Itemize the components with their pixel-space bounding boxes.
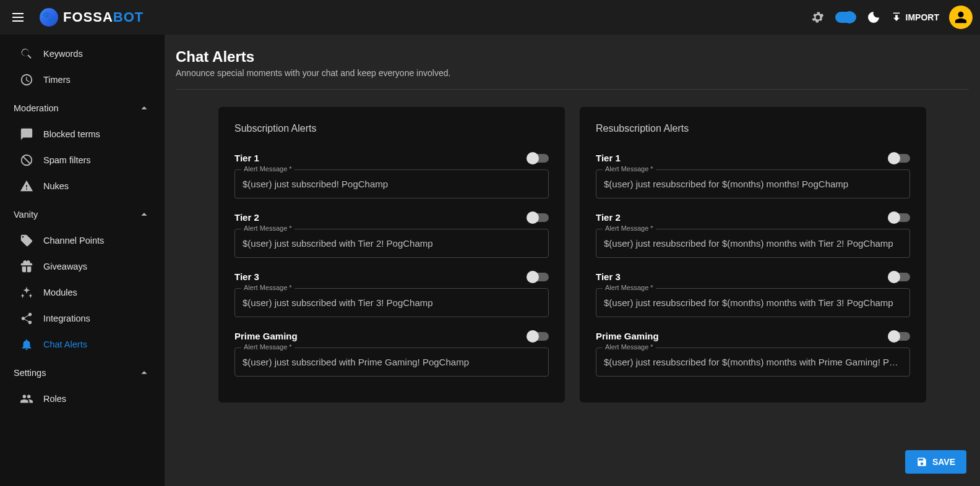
chevron-up-icon [137,208,151,221]
input-value: $(user) just resubscribed for $(months) … [604,179,902,189]
input-label: Alert Message * [241,284,294,291]
input-label: Alert Message * [241,165,294,173]
avatar[interactable] [949,6,973,29]
sidebar-section-settings[interactable]: Settings [0,357,165,386]
card-title: Resubscription Alerts [596,123,910,134]
tier-label: Tier 2 [596,212,621,223]
sidebar-item-keywords[interactable]: Keywords [0,41,165,67]
sidebar-item-channel-points[interactable]: Channel Points [0,228,165,254]
card-title: Subscription Alerts [234,123,549,134]
tier3-toggle[interactable] [528,273,549,281]
sidebar-item-roles[interactable]: Roles [0,386,165,412]
divider [176,89,969,90]
sidebar-section-vanity[interactable]: Vanity [0,199,165,228]
input-value: $(user) just subscribed! PogChamp [243,179,541,189]
input-value: $(user) just subscribed with Prime Gamin… [243,357,541,367]
input-value: $(user) just subscribed with Tier 2! Pog… [243,238,541,249]
sidebar-item-label: Roles [43,394,66,404]
input-value: $(user) just resubscribed for $(months) … [604,238,902,249]
download-icon [891,12,902,23]
tier-label: Tier 3 [596,271,621,282]
sidebar-item-label: Keywords [43,49,83,59]
tier-label: Tier 2 [234,212,259,223]
input-value: $(user) just subscribed with Tier 3! Pog… [243,297,541,308]
logo-icon: 🐾 [40,8,58,27]
tier1-message-input[interactable]: Alert Message * $(user) just resubscribe… [596,169,910,198]
input-label: Alert Message * [603,343,656,351]
sidebar-item-timers[interactable]: Timers [0,67,165,93]
share-icon [20,312,33,325]
tier-label: Prime Gaming [234,331,298,341]
section-label: Moderation [14,103,59,113]
tier-label: Tier 3 [234,271,259,282]
people-icon [20,392,33,406]
input-value: $(user) just resubscribed for $(months) … [604,297,902,308]
hamburger-menu-icon[interactable] [12,10,27,25]
dark-mode-icon[interactable] [866,10,881,25]
section-label: Vanity [14,210,38,220]
tier2-message-input[interactable]: Alert Message * $(user) just resubscribe… [596,229,910,258]
input-label: Alert Message * [241,224,294,232]
input-value: $(user) just resubscribed for $(months) … [604,357,902,367]
tier3-message-input[interactable]: Alert Message * $(user) just subscribed … [234,288,549,317]
tier1-toggle[interactable] [889,154,910,163]
prime-message-input[interactable]: Alert Message * $(user) just resubscribe… [596,347,910,377]
user-icon [954,11,968,24]
import-label: IMPORT [906,12,939,22]
sidebar-item-blocked-terms[interactable]: Blocked terms [0,121,165,147]
input-label: Alert Message * [603,284,656,291]
prime-toggle[interactable] [528,332,549,341]
tier2-toggle[interactable] [889,213,910,222]
sidebar-item-label: Nukes [43,181,69,191]
subscription-alerts-card: Subscription Alerts Tier 1 Alert Message… [218,107,565,403]
gift-icon [20,260,33,273]
tier3-toggle[interactable] [889,273,910,281]
prime-message-input[interactable]: Alert Message * $(user) just subscribed … [234,347,549,377]
input-label: Alert Message * [603,224,656,232]
section-label: Settings [14,368,46,378]
save-button[interactable]: SAVE [905,450,966,474]
chevron-up-icon [137,366,151,380]
brand-logo[interactable]: 🐾 FOSSABOT [40,8,144,27]
brand-text: FOSSABOT [63,9,144,25]
sidebar-item-nukes[interactable]: Nukes [0,173,165,199]
tag-icon [20,234,33,247]
sidebar-item-modules[interactable]: Modules [0,279,165,305]
comment-off-icon [20,127,33,141]
tier1-message-input[interactable]: Alert Message * $(user) just subscribed!… [234,169,549,198]
topbar: 🐾 FOSSABOT IMPORT [0,0,980,35]
save-label: SAVE [932,457,955,467]
resubscription-alerts-card: Resubscription Alerts Tier 1 Alert Messa… [580,107,926,403]
tier2-message-input[interactable]: Alert Message * $(user) just subscribed … [234,229,549,258]
theme-toggle[interactable] [835,12,856,23]
tier3-message-input[interactable]: Alert Message * $(user) just resubscribe… [596,288,910,317]
sidebar-item-integrations[interactable]: Integrations [0,305,165,331]
sidebar: Keywords Timers Moderation Blocked terms… [0,35,165,486]
warning-icon [20,179,33,193]
sidebar-item-label: Modules [43,288,77,297]
sidebar-item-label: Timers [43,75,71,85]
prime-toggle[interactable] [889,332,910,341]
sidebar-item-giveaways[interactable]: Giveaways [0,254,165,279]
sidebar-item-spam-filters[interactable]: Spam filters [0,147,165,173]
import-button[interactable]: IMPORT [891,12,939,23]
input-label: Alert Message * [241,343,294,351]
sidebar-item-chat-alerts[interactable]: Chat Alerts [0,331,165,357]
tier1-toggle[interactable] [528,154,549,163]
chevron-up-icon [137,101,151,115]
sidebar-section-moderation[interactable]: Moderation [0,93,165,121]
page-title: Chat Alerts [176,48,969,66]
page-subtitle: Announce special moments with your chat … [176,68,969,78]
tier-label: Tier 1 [234,153,259,163]
bell-icon [20,338,33,351]
sidebar-item-label: Giveaways [43,262,87,271]
sparkle-icon [20,286,33,299]
search-icon [20,47,33,61]
main-content: Chat Alerts Announce special moments wit… [165,35,980,486]
sidebar-item-label: Blocked terms [43,129,100,139]
gear-icon[interactable] [810,10,825,25]
input-label: Alert Message * [603,165,656,173]
clock-icon [20,73,33,87]
block-icon [20,153,33,167]
tier2-toggle[interactable] [528,213,549,222]
